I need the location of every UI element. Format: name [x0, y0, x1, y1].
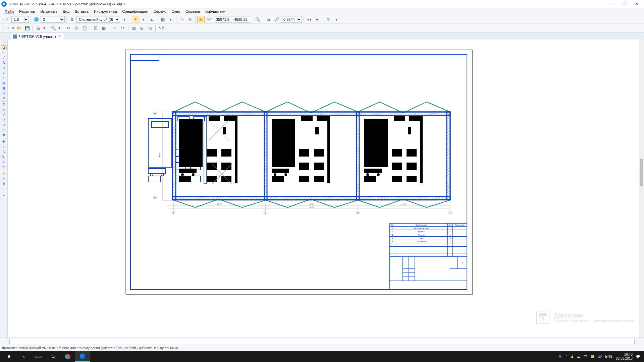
local-cs-icon[interactable]: ⊞ [197, 16, 205, 23]
angle-icon[interactable]: ∡ [148, 16, 155, 23]
line-tool-icon[interactable]: ╱ [1, 55, 7, 60]
people-icon[interactable]: 👤 [558, 355, 562, 358]
new-icon[interactable]: ▭ [3, 24, 11, 32]
measure-tool-icon[interactable]: ⟐ [1, 75, 7, 80]
grid-icon[interactable]: ▦ [159, 16, 166, 23]
param-tool-icon[interactable]: ≡ [1, 70, 7, 75]
step-icon[interactable]: ⤢ [3, 16, 11, 23]
taskbar-clock[interactable]: 16:46 02.02.2018 [616, 353, 633, 361]
defender-icon[interactable]: 🛡 [584, 355, 587, 358]
select-tool-icon[interactable]: ⬚ [1, 40, 7, 45]
tray-chevron-icon[interactable]: ˄ [566, 355, 567, 358]
cut-icon[interactable]: ✂ [65, 24, 72, 32]
chrome-button[interactable] [60, 351, 75, 362]
view-arrow-icon[interactable]: ⤋ [1, 159, 7, 164]
table-tool-icon[interactable]: ⊞ [1, 107, 7, 112]
auto-axis-icon[interactable]: ⚡ [1, 171, 7, 176]
print-icon[interactable]: 🖨 [35, 24, 42, 32]
notifications-icon[interactable]: 💬 [636, 355, 640, 358]
ortho-icon[interactable]: └ [178, 16, 185, 23]
arc-axis-icon[interactable]: ◡ [1, 186, 7, 191]
menu-file[interactable]: Файл [2, 9, 16, 14]
insert-tool-icon[interactable]: ⊕ [1, 96, 7, 101]
zoom-in-icon[interactable]: 🔍 [254, 16, 261, 23]
toolbar-grip[interactable] [1, 17, 3, 22]
state-icon[interactable]: 🌐 [33, 16, 40, 23]
text-edit-icon[interactable]: T [1, 102, 7, 107]
refresh-icon[interactable]: ⟳ [325, 16, 332, 23]
variables-icon[interactable]: f(x) [146, 24, 154, 32]
explorer-button[interactable]: 🗂 [46, 351, 60, 362]
taskview-button[interactable]: ▭▭ [31, 351, 46, 362]
coord-y-input[interactable] [233, 16, 250, 23]
save-icon[interactable]: 💾 [23, 24, 31, 32]
properties-icon[interactable]: ☑ [92, 24, 99, 32]
menu-window[interactable]: Окно [169, 9, 183, 14]
zoom-prev-icon[interactable]: ⏮ [306, 16, 313, 23]
zoom-next-icon[interactable]: ⏭ [314, 16, 321, 23]
menu-service[interactable]: Сервис [151, 9, 169, 14]
menu-tools[interactable]: Инструменты [91, 9, 120, 14]
close-button[interactable]: ✕ [631, 0, 643, 8]
onedrive-icon[interactable]: ☁ [577, 355, 580, 358]
mark-icon[interactable]: ✱ [1, 132, 7, 137]
circle-axis-icon[interactable]: ⊕ [1, 181, 7, 186]
language-indicator[interactable]: ENG [605, 355, 612, 358]
base-icon[interactable]: ▽ [1, 117, 7, 122]
axis-icon[interactable]: ⊹ [1, 176, 7, 181]
grid-dropdown-icon[interactable]: ▾ [167, 16, 174, 23]
text-tool-icon[interactable]: A [1, 60, 7, 65]
command-input[interactable] [9, 339, 635, 344]
menu-help[interactable]: Справка [183, 9, 203, 14]
maximize-button[interactable]: ❐ [619, 0, 631, 8]
network-icon[interactable]: 📶 [590, 355, 594, 358]
preview-dropdown-icon[interactable]: ▾ [58, 24, 61, 32]
vertical-scrollbar[interactable] [639, 40, 644, 338]
zoom-select[interactable]: 0.3244 [281, 16, 302, 23]
open-icon[interactable]: 📂 [15, 24, 23, 32]
tolerance-icon[interactable]: ⊡ [1, 127, 7, 132]
round-icon[interactable]: ⟲ [186, 16, 194, 23]
center-icon[interactable]: ✚ [1, 139, 7, 144]
leader-icon[interactable]: ↗ [1, 122, 7, 127]
layer-icon[interactable]: ≣ [68, 16, 76, 23]
doc-close-icon[interactable]: ✕ [58, 34, 61, 39]
document-tab[interactable]: ЧЕРТЕЖ V15 участок ✕ [10, 33, 64, 40]
library-icon[interactable]: ⊞ [138, 24, 146, 32]
zoom-val-icon[interactable]: 🔎 [273, 16, 280, 23]
new-dropdown-icon[interactable]: ▾ [11, 24, 15, 32]
drawing-canvas[interactable]: A Б 1 2 3 4 [8, 40, 644, 338]
geometry-tool-icon[interactable]: ◢ [1, 45, 7, 50]
layer-select[interactable]: Системный слой (0) [76, 16, 120, 23]
kompas-button[interactable] [75, 351, 90, 362]
menu-insert[interactable]: Вставка [72, 9, 91, 14]
snap-toggle-icon[interactable]: ✦ [132, 16, 139, 23]
more-dropdown-icon[interactable]: ▾ [1, 193, 7, 198]
coord-x-input[interactable] [215, 16, 232, 23]
toolbar-grip[interactable] [1, 26, 3, 31]
wave-icon[interactable]: 〰 [1, 164, 7, 169]
arrow-icon[interactable]: ↕ [1, 144, 7, 149]
minimize-button[interactable]: — [606, 0, 619, 8]
layer-menu-icon[interactable]: ▾ [121, 16, 128, 23]
dimension-tool-icon[interactable]: ⊢ [1, 50, 7, 55]
roughness-icon[interactable]: √ [1, 112, 7, 117]
menu-select[interactable]: Выделить [38, 9, 60, 14]
section-icon[interactable]: ⇅ [1, 149, 7, 154]
undo-icon[interactable]: ↶ [111, 24, 118, 32]
table-icon[interactable]: ▦ [100, 24, 107, 32]
steam-icon[interactable]: ◕ [571, 355, 574, 358]
preview-icon[interactable]: 🔍 [50, 24, 57, 32]
zoom-dropdown-icon[interactable]: ▾ [333, 16, 340, 23]
system-tray[interactable]: 👤 ˄ ◕ ☁ 🛡 📶 🔊 ENG 16:46 02.02.2018 💬 [555, 353, 643, 361]
help-context-icon[interactable]: ↖? [157, 24, 165, 32]
menu-view[interactable]: Вид [60, 9, 72, 14]
cut-line-icon[interactable]: A↓ [1, 154, 7, 159]
snap-dropdown-icon[interactable]: ▾ [140, 16, 147, 23]
start-button[interactable]: ⊞ [1, 351, 16, 362]
hatch-tool-icon[interactable]: ▤ [1, 80, 7, 85]
report-tool-icon[interactable]: ⊟ [1, 90, 7, 96]
state-select[interactable]: 2 [41, 16, 65, 23]
redo-icon[interactable]: ↷ [119, 24, 126, 32]
search-button[interactable]: ⌕ [16, 351, 31, 362]
